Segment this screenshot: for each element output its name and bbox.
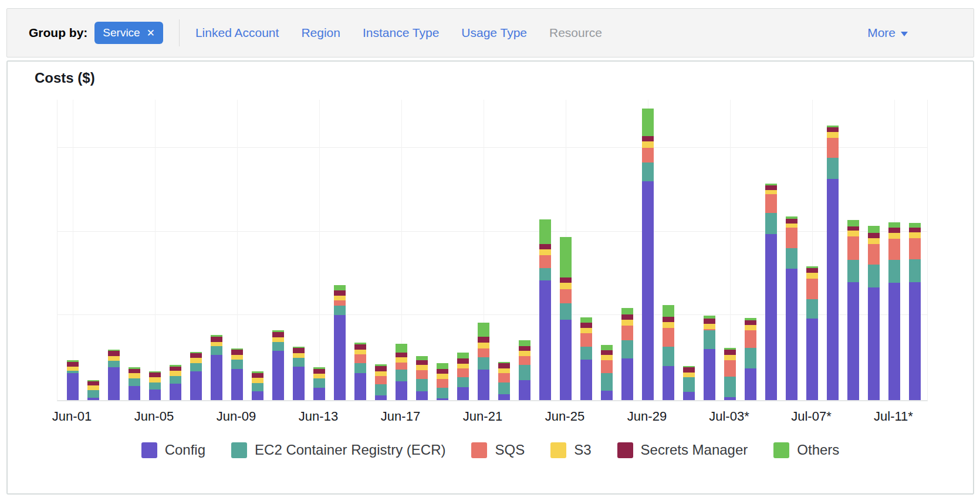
bar-stack-jun-12[interactable] — [293, 347, 305, 401]
bar-stack-jun-29[interactable] — [642, 109, 654, 400]
bar-stack-jul-12[interactable] — [909, 223, 921, 401]
bar-stack-jun-14[interactable] — [334, 285, 346, 401]
bar-segment-config — [313, 388, 325, 401]
bar-stack-jun-05[interactable] — [149, 371, 161, 401]
bar-stack-jun-30[interactable] — [663, 305, 674, 400]
bar-segment-sqs — [334, 300, 346, 306]
bar-stack-jun-27[interactable] — [601, 345, 613, 400]
bar-segment-sqs — [909, 238, 921, 259]
legend-label-secrets-manager: Secrets Manager — [641, 442, 748, 458]
bar-segment-s3 — [847, 231, 859, 236]
bar-segment-s3 — [745, 325, 756, 331]
bar-stack-jun-09[interactable] — [231, 348, 243, 400]
bar-stack-jun-19[interactable] — [437, 363, 448, 401]
bar-stack-jun-21[interactable] — [478, 323, 489, 401]
bar-segment-secrets-manager — [190, 353, 202, 358]
bar-segment-s3 — [539, 249, 551, 255]
legend-item-s3[interactable]: S3 — [550, 442, 591, 458]
bar-stack-jun-17[interactable] — [396, 344, 407, 400]
bar-stack-jun-28[interactable] — [621, 308, 633, 400]
x-tick-label-jun-17: Jun-17 — [366, 409, 436, 424]
bar-stack-jun-13[interactable] — [313, 367, 325, 401]
bar-stack-jun-23[interactable] — [519, 340, 530, 401]
bar-stack-jul-01[interactable] — [683, 366, 695, 401]
bar-segment-ec2-container-registry-ecr — [170, 376, 181, 384]
filter-links: Linked AccountRegionInstance TypeUsage T… — [195, 26, 602, 40]
bar-segment-others — [642, 109, 654, 136]
bar-stack-jun-03[interactable] — [108, 350, 120, 401]
bar-segment-s3 — [149, 377, 161, 382]
bar-segment-config — [437, 398, 448, 400]
bar-segment-secrets-manager — [313, 369, 325, 374]
bar-stack-jun-15[interactable] — [354, 343, 366, 400]
bar-segment-s3 — [663, 322, 674, 328]
bar-stack-jun-01[interactable] — [67, 360, 79, 400]
bar-segment-config — [129, 386, 140, 401]
bar-segment-config — [231, 369, 243, 400]
bar-segment-secrets-manager — [601, 350, 613, 356]
legend-item-sqs[interactable]: SQS — [471, 442, 525, 458]
bar-segment-s3 — [724, 355, 736, 360]
bar-segment-sqs — [786, 228, 797, 248]
filter-link-usage-type[interactable]: Usage Type — [461, 26, 527, 40]
legend-swatch-s3 — [550, 442, 566, 458]
bar-segment-config — [396, 381, 407, 400]
bar-segment-s3 — [457, 364, 469, 369]
chip-remove-icon[interactable]: ✕ — [147, 28, 155, 38]
bar-segment-s3 — [354, 350, 366, 355]
more-button[interactable]: More — [867, 26, 908, 40]
bar-stack-jun-07[interactable] — [190, 352, 202, 401]
bar-stack-jun-08[interactable] — [211, 335, 222, 400]
legend-item-secrets-manager[interactable]: Secrets Manager — [617, 442, 748, 458]
bar-segment-ec2-container-registry-ecr — [827, 158, 839, 180]
bar-segment-s3 — [786, 224, 797, 228]
bar-stack-jun-18[interactable] — [416, 356, 428, 401]
legend-swatch-ec2-container-registry-ecr — [231, 442, 247, 458]
legend-item-ec2-container-registry-ecr[interactable]: EC2 Container Registry (ECR) — [231, 442, 445, 458]
bar-stack-jul-06[interactable] — [786, 216, 797, 400]
bar-segment-sqs — [765, 194, 777, 213]
bar-stack-jun-06[interactable] — [170, 365, 181, 400]
bar-stack-jun-25[interactable] — [560, 237, 572, 400]
bar-stack-jun-10[interactable] — [252, 371, 263, 401]
bar-segment-others — [868, 226, 880, 233]
filter-link-linked-account[interactable]: Linked Account — [195, 26, 279, 40]
filter-link-resource: Resource — [549, 26, 602, 40]
bar-segment-secrets-manager — [272, 332, 284, 337]
bar-chart-plot — [57, 100, 928, 401]
bar-segment-secrets-manager — [354, 344, 366, 350]
bar-stack-jul-05[interactable] — [765, 184, 777, 400]
bar-segment-ec2-container-registry-ecr — [87, 390, 99, 398]
bar-stack-jun-16[interactable] — [375, 364, 387, 400]
bar-stack-jul-11[interactable] — [888, 222, 900, 400]
legend-item-config[interactable]: Config — [141, 442, 205, 458]
x-tick-label-jul-11: Jul-11* — [859, 409, 929, 424]
legend-item-others[interactable]: Others — [773, 442, 839, 458]
bar-stack-jun-26[interactable] — [580, 317, 592, 401]
vertical-gridline — [73, 100, 73, 400]
bar-stack-jun-11[interactable] — [272, 330, 284, 401]
bar-segment-s3 — [272, 337, 284, 343]
bar-stack-jul-07[interactable] — [806, 266, 818, 401]
bar-stack-jul-10[interactable] — [868, 226, 880, 401]
bar-stack-jul-02[interactable] — [704, 316, 715, 400]
bar-stack-jul-03[interactable] — [724, 348, 736, 400]
bar-stack-jun-02[interactable] — [87, 380, 99, 401]
bar-stack-jun-22[interactable] — [498, 362, 510, 401]
bar-segment-others — [457, 353, 469, 359]
legend-label-sqs: SQS — [495, 442, 525, 458]
bar-segment-s3 — [827, 132, 839, 138]
bar-segment-config — [683, 392, 695, 400]
filter-link-instance-type[interactable]: Instance Type — [363, 26, 439, 40]
filter-link-region[interactable]: Region — [301, 26, 340, 40]
bar-segment-ec2-container-registry-ecr — [847, 260, 859, 283]
bar-stack-jun-20[interactable] — [457, 353, 469, 401]
bar-segment-others — [560, 237, 572, 277]
bar-stack-jun-04[interactable] — [129, 367, 140, 400]
bar-stack-jul-04[interactable] — [745, 318, 756, 400]
bar-stack-jun-24[interactable] — [539, 219, 551, 401]
x-tick-label-jul-07: Jul-07* — [776, 409, 847, 424]
bar-stack-jul-09[interactable] — [847, 220, 859, 401]
bar-stack-jul-08[interactable] — [827, 126, 839, 401]
service-chip[interactable]: Service ✕ — [94, 22, 163, 44]
